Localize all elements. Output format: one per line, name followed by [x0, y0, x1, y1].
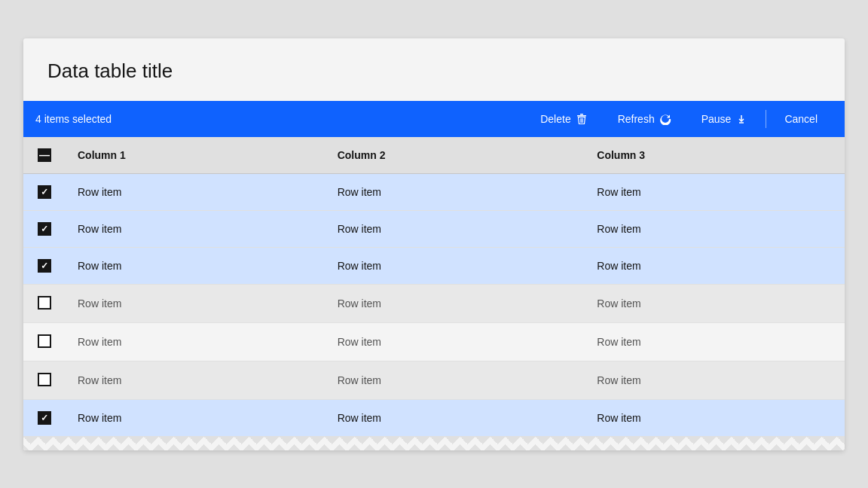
row-1-checkbox[interactable]: ✓ — [37, 221, 52, 236]
row-6-checkbox-box: ✓ — [38, 411, 51, 425]
select-all-header[interactable]: — — [23, 137, 66, 174]
row-5-checkbox-box — [38, 373, 51, 386]
table-row: ✓Row itemRow itemRow item — [23, 399, 845, 436]
delete-button[interactable]: Delete — [525, 101, 602, 137]
row-5-checkbox[interactable] — [37, 372, 52, 387]
table-row: Row itemRow itemRow item — [23, 322, 845, 361]
row-4-col-2: Row item — [585, 322, 845, 361]
delete-label: Delete — [540, 113, 570, 125]
row-1-col-2: Row item — [585, 210, 845, 247]
row-6-col-2: Row item — [585, 399, 845, 436]
row-0-checkbox[interactable]: ✓ — [37, 185, 52, 200]
table-row: ✓Row itemRow itemRow item — [23, 173, 845, 210]
row-3-col-0: Row item — [66, 284, 326, 322]
row-1-checkbox-box: ✓ — [38, 222, 51, 236]
refresh-icon — [659, 113, 671, 125]
row-3-col-1: Row item — [326, 284, 585, 322]
row-6-checkbox-cell[interactable]: ✓ — [23, 399, 66, 436]
row-3-checkbox-cell[interactable] — [23, 284, 66, 322]
row-3-checkbox-box — [38, 296, 51, 310]
row-4-checkbox-cell[interactable] — [23, 322, 66, 361]
toolbar-actions: Delete Refresh Pause — [525, 101, 833, 137]
select-all-checkbox[interactable]: — — [37, 148, 52, 163]
row-6-checkbox[interactable]: ✓ — [37, 410, 52, 425]
table-container: — Column 1 Column 2 Column 3 ✓ — [23, 137, 845, 437]
row-6-col-0: Row item — [66, 399, 326, 436]
row-0-checkbox-cell[interactable]: ✓ — [23, 173, 66, 210]
svg-rect-0 — [580, 114, 583, 115]
indeterminate-checkbox-box: — — [38, 148, 51, 162]
trash-icon — [576, 113, 588, 125]
table-row: ✓Row itemRow itemRow item — [23, 247, 845, 284]
page-title: Data table title — [47, 59, 821, 83]
row-5-col-0: Row item — [66, 361, 326, 399]
column-3-header: Column 3 — [585, 137, 845, 174]
cancel-label: Cancel — [784, 113, 818, 125]
column-2-header: Column 2 — [326, 137, 585, 174]
table-row: Row itemRow itemRow item — [23, 284, 845, 322]
toolbar-divider — [766, 110, 766, 128]
card-header: Data table title — [23, 38, 845, 101]
checkmark-icon: ✓ — [41, 413, 48, 422]
toolbar: 4 items selected Delete Refresh Pa — [23, 101, 845, 137]
row-0-col-0: Row item — [66, 173, 326, 210]
row-1-col-0: Row item — [66, 210, 326, 247]
row-2-col-1: Row item — [326, 247, 585, 284]
table-row: Row itemRow itemRow item — [23, 361, 845, 399]
row-4-col-1: Row item — [326, 322, 585, 361]
table-header-row: — Column 1 Column 2 Column 3 — [23, 137, 845, 174]
row-3-col-2: Row item — [585, 284, 845, 322]
row-0-checkbox-box: ✓ — [38, 185, 51, 199]
row-0-col-2: Row item — [585, 173, 845, 210]
cancel-button[interactable]: Cancel — [769, 101, 833, 137]
indeterminate-icon: — — [39, 150, 50, 160]
zigzag-decoration — [23, 437, 845, 450]
row-5-col-2: Row item — [585, 361, 845, 399]
refresh-label: Refresh — [618, 113, 655, 125]
svg-rect-1 — [577, 115, 586, 117]
checkmark-icon: ✓ — [41, 224, 48, 233]
pause-icon — [735, 113, 747, 125]
row-0-col-1: Row item — [326, 173, 585, 210]
refresh-button[interactable]: Refresh — [603, 101, 686, 137]
row-2-checkbox[interactable]: ✓ — [37, 258, 52, 273]
row-6-col-1: Row item — [326, 399, 585, 436]
pause-button[interactable]: Pause — [686, 101, 763, 137]
row-3-checkbox[interactable] — [37, 295, 52, 310]
selected-count-label: 4 items selected — [35, 113, 525, 125]
row-4-col-0: Row item — [66, 322, 326, 361]
pause-label: Pause — [701, 113, 732, 125]
table-row: ✓Row itemRow itemRow item — [23, 210, 845, 247]
checkmark-icon: ✓ — [41, 188, 48, 197]
row-5-col-1: Row item — [326, 361, 585, 399]
data-table: — Column 1 Column 2 Column 3 ✓ — [23, 137, 845, 437]
row-5-checkbox-cell[interactable] — [23, 361, 66, 399]
row-2-checkbox-box: ✓ — [38, 259, 51, 273]
row-2-col-2: Row item — [585, 247, 845, 284]
row-1-col-1: Row item — [326, 210, 585, 247]
column-1-header: Column 1 — [66, 137, 326, 174]
checkmark-icon: ✓ — [41, 261, 48, 270]
row-4-checkbox-box — [38, 334, 51, 348]
row-4-checkbox[interactable] — [37, 334, 52, 349]
row-1-checkbox-cell[interactable]: ✓ — [23, 210, 66, 247]
data-table-card: Data table title 4 items selected Delete… — [23, 38, 845, 450]
row-2-col-0: Row item — [66, 247, 326, 284]
row-2-checkbox-cell[interactable]: ✓ — [23, 247, 66, 284]
